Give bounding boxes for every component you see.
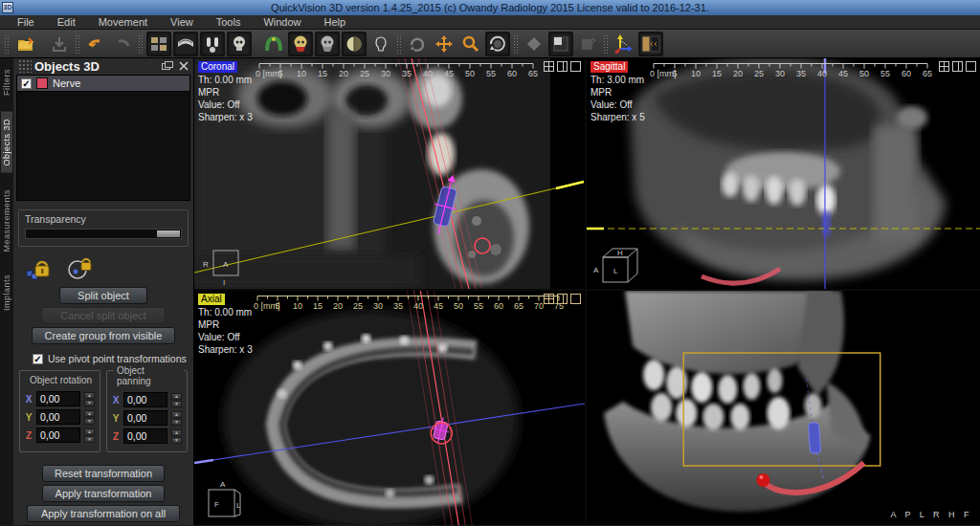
- coronal-plane-line[interactable]: [194, 404, 585, 463]
- pan-tool-icon[interactable]: [432, 32, 457, 56]
- axial-mode: MPR: [198, 318, 253, 331]
- svg-text:40: 40: [423, 69, 433, 78]
- volume-gray-icon[interactable]: [315, 32, 340, 56]
- open-file-icon[interactable]: [12, 32, 37, 56]
- reset-view-icon[interactable]: [485, 32, 510, 56]
- lock-rotation-icon[interactable]: [67, 257, 92, 280]
- crop-box[interactable]: [683, 353, 880, 466]
- panel-grip[interactable]: [18, 59, 32, 73]
- menu-file[interactable]: File: [6, 16, 46, 28]
- tab-implants[interactable]: Implants: [1, 268, 12, 318]
- panning-z-stepper[interactable]: ▲▼: [171, 429, 182, 444]
- rotation-y-label: Y: [25, 412, 33, 423]
- implant-object[interactable]: [428, 172, 463, 236]
- viewport-sagittal[interactable]: Sagittal Th: 3.00 mm MPR Value: Off Shar…: [587, 58, 980, 289]
- svg-text:5: 5: [672, 69, 677, 78]
- create-group-button[interactable]: Create group from visible: [32, 327, 175, 344]
- svg-text:25: 25: [754, 69, 764, 78]
- maximize-view-icon[interactable]: [570, 61, 581, 72]
- transparency-slider-handle[interactable]: [157, 230, 180, 237]
- volume-color-icon[interactable]: [288, 32, 313, 56]
- lock-objects-icon[interactable]: [25, 257, 50, 280]
- zoom-tool-icon[interactable]: [458, 32, 483, 56]
- clip-plane-active-icon[interactable]: [548, 32, 573, 56]
- split-layout-icon[interactable]: [557, 294, 568, 304]
- redo-icon[interactable]: [110, 32, 135, 56]
- nerve-cross-section[interactable]: [475, 238, 490, 253]
- export-icon[interactable]: [47, 32, 72, 56]
- panning-x-input[interactable]: 0,00: [123, 392, 167, 407]
- toolbar-grip[interactable]: [513, 34, 519, 54]
- float-panel-icon[interactable]: [162, 61, 173, 71]
- svg-text:25: 25: [360, 69, 369, 78]
- pivot-checkbox[interactable]: ✓: [33, 354, 43, 364]
- clip-plane-off-icon[interactable]: [575, 32, 600, 56]
- grid-layout-icon[interactable]: [544, 61, 554, 72]
- rotation-x-stepper[interactable]: ▲▼: [84, 392, 95, 406]
- grid-layout-icon[interactable]: [939, 61, 949, 72]
- cancel-split-object-button[interactable]: Cancel split object: [41, 307, 166, 324]
- axial-plane-line[interactable]: [194, 182, 584, 273]
- volume-mip-icon[interactable]: [342, 32, 367, 56]
- rotate-tool-icon[interactable]: [405, 32, 430, 56]
- menu-view[interactable]: View: [159, 16, 205, 28]
- tab-measurements[interactable]: Measurements: [1, 183, 12, 259]
- undo-icon[interactable]: [83, 32, 108, 56]
- arch-view-icon[interactable]: [261, 32, 286, 56]
- rotation-z-stepper[interactable]: ▲▼: [84, 428, 95, 443]
- panning-z-input[interactable]: 0,00: [123, 428, 167, 444]
- volume-outline-icon[interactable]: [368, 32, 393, 56]
- viewport-axial[interactable]: Axial Th: 0.00 mm MPR Value: Off Sharpen…: [194, 291, 585, 525]
- object-row-nerve[interactable]: ✓ Nerve: [17, 76, 189, 92]
- layout-skull-icon[interactable]: [227, 32, 252, 56]
- toolbar-grip[interactable]: [138, 34, 144, 54]
- menu-movement[interactable]: Movement: [87, 16, 159, 28]
- layout-panorama-icon[interactable]: [173, 32, 198, 56]
- toolbar-grip[interactable]: [603, 34, 609, 54]
- sagittal-plane-line[interactable]: [398, 58, 482, 289]
- menu-help[interactable]: Help: [313, 16, 358, 28]
- pivot-checkbox-row[interactable]: ✓ Use pivot point transformations: [33, 353, 193, 364]
- object-color-swatch[interactable]: [36, 77, 48, 89]
- nerve-object[interactable]: [702, 269, 780, 283]
- toolbar-grip[interactable]: [4, 34, 10, 54]
- apply-transformation-button[interactable]: Apply transformation: [42, 485, 165, 502]
- split-object-button[interactable]: Split object: [59, 287, 147, 304]
- split-layout-icon[interactable]: [952, 61, 963, 72]
- panel-toggle-icon[interactable]: [638, 32, 663, 56]
- maximize-view-icon[interactable]: [966, 61, 976, 72]
- transparency-slider[interactable]: [25, 229, 182, 239]
- implant-object[interactable]: [807, 379, 824, 480]
- apply-transformation-all-button[interactable]: Apply transformation on all: [27, 505, 180, 522]
- axes-tool-icon[interactable]: [612, 32, 636, 56]
- panning-y-input[interactable]: 0,00: [123, 410, 167, 426]
- viewport-coronal[interactable]: Coronal Th: 0.00 mm MPR Value: Off Sharp…: [194, 58, 585, 289]
- split-layout-icon[interactable]: [557, 61, 568, 72]
- layout-multiview-icon[interactable]: [146, 32, 171, 56]
- layout-implant-icon[interactable]: [200, 32, 225, 56]
- rotation-x-input[interactable]: 0,00: [36, 391, 80, 406]
- close-panel-icon[interactable]: [179, 61, 189, 71]
- objects-3d-panel: Objects 3D ✓ Nerve Transparency: [13, 58, 194, 525]
- menu-window[interactable]: Window: [252, 16, 312, 28]
- tab-filters[interactable]: Filters: [1, 62, 12, 102]
- maximize-view-icon[interactable]: [570, 294, 581, 304]
- panning-x-stepper[interactable]: ▲▼: [171, 393, 182, 407]
- nerve-object[interactable]: [756, 463, 863, 493]
- grid-layout-icon[interactable]: [544, 294, 554, 304]
- object-visibility-checkbox[interactable]: ✓: [21, 78, 32, 89]
- toolbar-grip[interactable]: [396, 34, 402, 54]
- svg-text:65: 65: [528, 69, 538, 78]
- rotation-y-stepper[interactable]: ▲▼: [84, 410, 95, 425]
- rotation-z-input[interactable]: 0,00: [36, 427, 80, 443]
- reset-transformation-button[interactable]: Reset transformation: [42, 465, 165, 482]
- menu-tools[interactable]: Tools: [205, 16, 253, 28]
- toolbar-grip[interactable]: [75, 34, 80, 54]
- tab-objects-3d[interactable]: Objects 3D: [1, 112, 12, 173]
- rotation-y-input[interactable]: 0,00: [36, 409, 80, 425]
- panning-y-stepper[interactable]: ▲▼: [171, 411, 182, 426]
- sagittal-plane-line[interactable]: [407, 291, 472, 525]
- menu-edit[interactable]: Edit: [46, 16, 87, 28]
- viewport-3d[interactable]: A P L R H F: [587, 291, 980, 525]
- clip-plane-free-icon[interactable]: [522, 32, 546, 56]
